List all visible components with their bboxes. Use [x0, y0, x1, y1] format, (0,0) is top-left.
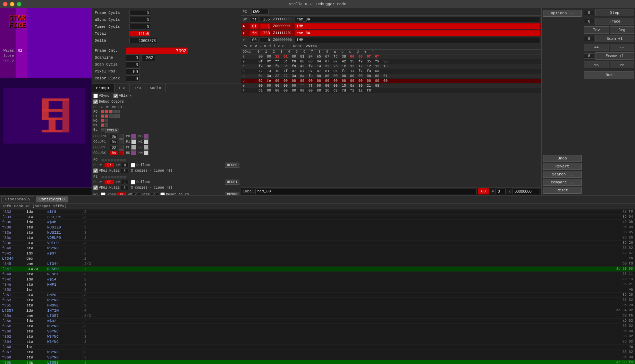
scanline-input2[interactable] [141, 54, 155, 61]
frame-button[interactable]: Frame +1 [595, 52, 634, 60]
p1-hm-input[interactable] [121, 180, 129, 184]
debug-colors-label[interactable]: Debug Colors [93, 99, 124, 104]
p0-vdel-checkbox[interactable] [93, 168, 98, 173]
color-clock-input[interactable] [126, 75, 140, 82]
delta-input[interactable] [129, 38, 157, 43]
resmo-button[interactable]: RESM0 [225, 192, 239, 195]
trace-button[interactable]: Trace [595, 18, 634, 25]
list-item[interactable]: f33astaNUSIZ1;385 05 [0, 230, 635, 235]
mo-hm-input[interactable] [133, 192, 140, 195]
list-item[interactable]: f33cstaVDELP0;385 26 [0, 235, 635, 241]
list-item[interactable]: f34clda#$14;2a9 14 [0, 277, 635, 282]
nav-left-button[interactable]: << [584, 61, 609, 68]
list-item[interactable]: f34estaHMP1;385 21 [0, 282, 635, 287]
mo-reset-checkbox[interactable] [160, 192, 165, 195]
reset-button[interactable]: Reset [543, 187, 582, 194]
pc-input[interactable] [251, 9, 269, 15]
list-item[interactable]: f35clda#$02;2a9 02 [0, 319, 635, 324]
list-item[interactable]: f36bjmpLf008;34c 08 f0 [0, 360, 635, 364]
reg-button[interactable]: Reg [610, 26, 635, 34]
scanline-input1[interactable] [126, 54, 140, 61]
p0-hm-input[interactable] [121, 163, 129, 167]
undo-button[interactable]: Undo [543, 155, 582, 162]
incr-button[interactable]: ++ [584, 44, 609, 51]
list-item[interactable]: Lf357ldaINTIM;4ad 84 02 [0, 308, 635, 313]
options-button[interactable]: Options... [543, 10, 582, 17]
run-button[interactable]: Run [584, 71, 634, 79]
mo-pos-input[interactable] [117, 192, 126, 195]
go-button[interactable]: GO [478, 188, 489, 194]
scan-button[interactable]: Scan +1 [595, 35, 634, 42]
frame-val-input[interactable] [584, 53, 594, 59]
list-item[interactable]: f35estaWSYNC;385 02 [0, 324, 635, 329]
list-item[interactable]: f364staWSYNC;385 02 [0, 339, 635, 345]
list-item[interactable]: f340staWSYNC;385 02 [0, 246, 635, 251]
list-item[interactable]: f369staVSYNC;385 00 [0, 355, 635, 360]
tab-cartridge[interactable]: CartridgeF8 [36, 196, 69, 202]
resp1-button[interactable]: RESP1 [225, 180, 239, 185]
tab-io[interactable]: I/O [130, 84, 145, 92]
list-item[interactable]: f34astaRESP1;385 11 [0, 272, 635, 277]
p0-reflect-checkbox[interactable] [131, 163, 135, 167]
inv-button[interactable]: Inv [584, 26, 609, 34]
z-input[interactable] [512, 189, 540, 194]
x-dec[interactable] [260, 31, 270, 36]
tab-audio[interactable]: Audio [145, 84, 166, 92]
tab-prompt[interactable]: Prompt [92, 84, 115, 92]
colupf-input[interactable] [110, 145, 118, 150]
y-dec[interactable] [260, 37, 270, 43]
sp-dec[interactable] [260, 17, 270, 22]
resp0-button[interactable]: RESP0 [225, 163, 239, 168]
p1-vdel-checkbox[interactable] [93, 185, 98, 190]
hash-input[interactable] [495, 189, 506, 194]
x-hex[interactable] [250, 31, 259, 36]
decr-button[interactable]: -- [610, 44, 635, 51]
list-item[interactable]: Lf344dex;2ca [0, 256, 635, 261]
total-input[interactable] [129, 31, 150, 36]
list-item[interactable]: f345bneLf344;2/3d0 fd [0, 261, 635, 267]
list-item[interactable]: f362staWSYNC;385 02 [0, 334, 635, 339]
list-item[interactable]: f360staVSYNC;385 00 [0, 329, 635, 334]
list-item[interactable]: f366lsr;24a [0, 345, 635, 350]
mo-size-input[interactable] [151, 192, 158, 195]
a-dec[interactable] [260, 24, 270, 29]
revert-button[interactable]: Revert [543, 163, 582, 170]
timer-cycls-input[interactable] [129, 24, 150, 29]
pixel-pos-input[interactable] [126, 68, 140, 75]
vblank-checkbox-label[interactable]: VBlank [113, 94, 132, 98]
wsync-cycls-input[interactable] [129, 17, 150, 23]
list-item[interactable]: f355staHMOVE;385 2a [0, 303, 635, 308]
p1-nusiz-input[interactable] [121, 185, 128, 190]
list-item[interactable]: f342ldx#$07;2a2 07 [0, 251, 635, 256]
scan-cycle-input[interactable] [126, 61, 140, 68]
sp-hex[interactable] [250, 17, 259, 22]
list-item[interactable]: f347sta.wRESPO;48d 10 00 [0, 267, 635, 272]
step-button[interactable]: Step [595, 9, 634, 16]
label-input[interactable] [255, 189, 477, 194]
mo-checkbox[interactable] [101, 192, 105, 195]
vsync-checkbox[interactable] [93, 94, 98, 98]
prompt-bar[interactable] [0, 188, 92, 195]
colup0-input[interactable] [110, 134, 118, 139]
nav-right-button[interactable]: >> [610, 61, 635, 68]
list-item[interactable]: f33estaVDELP1;385 26 [0, 241, 635, 246]
cxclr-button[interactable]: CXCLR [105, 128, 119, 133]
list-item[interactable]: f334staram_94;385 94 [0, 215, 635, 220]
prompt-input[interactable] [0, 188, 92, 195]
frame-cycls-input[interactable] [129, 10, 150, 16]
compare-button[interactable]: Compare... [543, 179, 582, 186]
close-button[interactable] [3, 2, 8, 7]
tab-disassembly[interactable]: Disassembly [1, 196, 34, 202]
list-item[interactable]: f351staHMP0;385 20 [0, 293, 635, 298]
sp-sym[interactable] [295, 16, 540, 22]
scan-val-input[interactable] [584, 36, 594, 41]
y-hex[interactable] [250, 37, 259, 43]
p1-reflect-checkbox[interactable] [131, 180, 135, 184]
list-item[interactable]: f35abneLf357;2/3d0 fb [0, 313, 635, 319]
list-item[interactable]: f338staNUSIZ0;385 04 [0, 225, 635, 230]
list-item[interactable]: f367staWSYNC;385 02 [0, 350, 635, 355]
minimize-button[interactable] [10, 2, 15, 7]
list-item[interactable]: f336lda#$0b;2a9 0b [0, 220, 635, 225]
x-sym[interactable] [295, 30, 540, 36]
list-item[interactable]: f353staWSYNC;385 02 [0, 298, 635, 303]
